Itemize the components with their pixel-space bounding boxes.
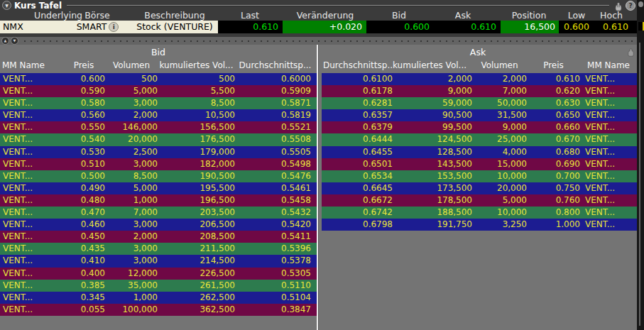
row-cell: 2,000: [105, 231, 158, 243]
table-row[interactable]: 0.61002,0002,0000.610VENT...: [322, 73, 637, 85]
collapse-panel-button[interactable]: ▼: [2, 1, 11, 10]
bid-col-preis: Preis: [62, 60, 105, 70]
table-row[interactable]: 0.6672178,5005,0000.760VENT...: [322, 194, 637, 207]
row-cell: 5,000: [105, 182, 158, 194]
row-cell: VENT...: [0, 219, 62, 231]
ask-panel-hand-icon[interactable]: [626, 46, 635, 55]
change-cell[interactable]: +0.020: [283, 21, 366, 33]
position-cell[interactable]: 16,500: [501, 21, 559, 33]
hoch-cell[interactable]: 0.610: [594, 21, 637, 33]
row-cell: 191,750: [393, 219, 472, 231]
table-row[interactable]: VENT...0.550146,000156,5000.5521: [0, 121, 317, 133]
row-cell: 0.435: [62, 243, 105, 255]
quote-row: NMX SMART i Stock (VENTURE) 0.610 +0.020…: [0, 21, 637, 33]
row-cell: 0.6444: [322, 133, 393, 145]
row-cell: VENT...: [0, 243, 62, 255]
row-cell: 0.580: [62, 97, 105, 109]
scroll-up-button[interactable]: ▲: [1, 37, 9, 45]
row-cell: 0.6798: [322, 219, 393, 231]
row-cell: 0.620: [527, 85, 580, 97]
kurs-tafel-window: ▼ Kurs Tafel ? Underlying Börse Beschrei…: [0, 0, 644, 330]
table-row[interactable]: VENT...0.6005005000.6000: [0, 73, 317, 85]
column-header-ask: Ask: [455, 10, 471, 21]
table-row[interactable]: VENT...0.3451,000262,5000.5104: [0, 292, 317, 304]
scroll-down-button[interactable]: ▼: [11, 37, 18, 45]
row-cell: 0.5411: [235, 231, 315, 243]
row-cell: 8,500: [105, 170, 158, 182]
table-row[interactable]: VENT...0.4603,000206,5000.5420: [0, 219, 317, 231]
column-header-last: Last: [241, 10, 259, 21]
row-cell: VENT...: [0, 85, 62, 97]
row-cell: VENT...: [580, 158, 637, 170]
table-row[interactable]: 0.61789,0007,0000.620VENT...: [322, 85, 637, 97]
ask-table: 0.61002,0002,0000.610VENT...0.61789,0007…: [319, 73, 637, 231]
ask-price-cell[interactable]: 0.610: [434, 21, 501, 33]
last-price-cell[interactable]: 0.610: [218, 21, 283, 33]
window-edge-strip: [637, 0, 644, 330]
table-row[interactable]: VENT...0.4103,000214,5000.5378: [0, 255, 317, 267]
table-row[interactable]: VENT...0.38535,000261,5000.5110: [0, 280, 317, 292]
underlying-cell[interactable]: NMX: [0, 21, 64, 33]
row-cell: 0.550: [62, 121, 105, 133]
table-row[interactable]: 0.6742188,50010,0000.800VENT...: [322, 207, 637, 219]
row-cell: 0.600: [62, 73, 105, 85]
table-row[interactable]: VENT...0.5803,0008,5000.5871: [0, 97, 317, 109]
drag-hand-icon[interactable]: [613, 1, 623, 10]
table-row[interactable]: VENT...0.5302,500179,0000.5505: [0, 146, 317, 158]
table-row[interactable]: 0.6444124,50025,0000.670VENT...: [322, 133, 637, 145]
splitter-bar: ▲ ▼: [0, 37, 637, 45]
table-row[interactable]: 0.6645173,50020,0000.750VENT...: [322, 182, 637, 194]
table-row[interactable]: VENT...0.4905,000195,5000.5461: [0, 182, 317, 194]
low-cell[interactable]: 0.600: [559, 21, 594, 33]
row-cell: 0.510: [62, 158, 105, 170]
table-row[interactable]: 0.628159,00050,0000.630VENT...: [322, 97, 637, 109]
row-cell: 3,000: [105, 158, 158, 170]
help-icon[interactable]: ?: [626, 1, 635, 11]
row-cell: 206,500: [158, 219, 235, 231]
table-row[interactable]: VENT...0.5905,0005,5000.5909: [0, 85, 317, 97]
row-cell: 1.000: [527, 219, 580, 231]
bid-col-kumuliertes: kumuliertes Vol...: [158, 60, 235, 70]
bid-price-cell[interactable]: 0.600: [366, 21, 434, 33]
boerse-cell[interactable]: SMART i: [64, 21, 131, 33]
table-row[interactable]: VENT...0.5602,00010,5000.5819: [0, 109, 317, 121]
table-row[interactable]: 0.637999,5009,0000.660VENT...: [322, 121, 637, 133]
row-cell: 5,000: [105, 85, 158, 97]
table-row[interactable]: 0.6501143,50015,0000.690VENT...: [322, 158, 637, 170]
column-header-veraenderung: Veränderung: [297, 10, 354, 21]
beschreibung-cell[interactable]: Stock (VENTURE): [131, 21, 218, 33]
table-row[interactable]: 0.6798191,7503,2501.000VENT...: [322, 219, 637, 231]
row-cell: 0.500: [62, 170, 105, 182]
table-row[interactable]: VENT...0.4502,000208,5000.5411: [0, 231, 317, 243]
table-row[interactable]: VENT...0.055100,000362,5000.3847: [0, 304, 317, 316]
table-row[interactable]: VENT...0.54020,000176,5000.5508: [0, 133, 317, 145]
row-cell: 143,500: [393, 158, 472, 170]
row-cell: 9,000: [393, 85, 472, 97]
column-header-low: Low: [568, 10, 586, 21]
table-row[interactable]: VENT...0.4801,000196,5000.5458: [0, 194, 317, 207]
row-cell: 178,500: [393, 194, 472, 207]
table-row[interactable]: VENT...0.40012,000226,5000.5305: [0, 268, 317, 280]
splitter-handle[interactable]: [24, 40, 634, 42]
row-cell: 2,000: [472, 73, 527, 85]
table-row[interactable]: VENT...0.5008,500190,5000.5476: [0, 170, 317, 182]
table-row[interactable]: VENT...0.4707,000203,5000.5432: [0, 207, 317, 219]
column-header-beschreibung: Beschreibung: [144, 10, 204, 21]
row-cell: VENT...: [0, 133, 62, 145]
row-cell: 0.5432: [235, 207, 315, 219]
row-cell: 0.480: [62, 194, 105, 207]
row-cell: VENT...: [580, 85, 637, 97]
row-cell: 0.6379: [322, 121, 393, 133]
table-row[interactable]: 0.6534153,50010,0000.700VENT...: [322, 170, 637, 182]
info-icon[interactable]: i: [109, 22, 119, 32]
table-row[interactable]: 0.6455128,5004,0000.680VENT...: [322, 146, 637, 158]
table-row[interactable]: 0.635790,50031,5000.650VENT...: [322, 109, 637, 121]
row-cell: 179,000: [158, 146, 235, 158]
row-cell: 196,500: [158, 194, 235, 207]
table-row[interactable]: VENT...0.4353,000211,5000.5396: [0, 243, 317, 255]
row-cell: VENT...: [580, 97, 637, 109]
row-cell: 0.5420: [235, 219, 315, 231]
table-row[interactable]: VENT...0.5103,000182,0000.5498: [0, 158, 317, 170]
row-cell: VENT...: [0, 194, 62, 207]
row-cell: 0.6672: [322, 194, 393, 207]
